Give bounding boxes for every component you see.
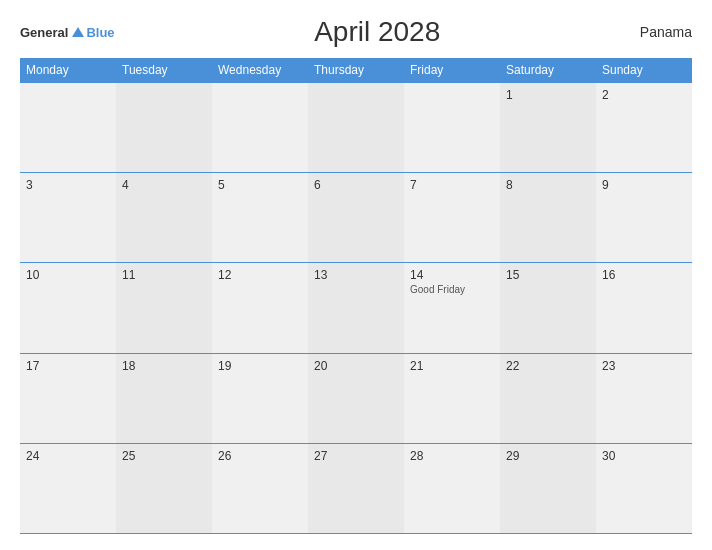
day-cell: 14Good Friday <box>404 263 500 352</box>
day-cell: 13 <box>308 263 404 352</box>
country-label: Panama <box>640 24 692 40</box>
column-header-sunday: Sunday <box>596 58 692 82</box>
day-cell: 8 <box>500 173 596 262</box>
logo: General Blue <box>20 25 115 40</box>
calendar-title: April 2028 <box>314 16 440 48</box>
day-cell: 21 <box>404 354 500 443</box>
calendar-header-row: MondayTuesdayWednesdayThursdayFridaySatu… <box>20 58 692 82</box>
day-number: 29 <box>506 449 590 463</box>
day-cell <box>404 83 500 172</box>
day-cell: 23 <box>596 354 692 443</box>
day-cell: 15 <box>500 263 596 352</box>
day-number: 19 <box>218 359 302 373</box>
calendar-page: General Blue April 2028 Panama MondayTue… <box>0 0 712 550</box>
day-number: 5 <box>218 178 302 192</box>
day-number: 18 <box>122 359 206 373</box>
day-cell <box>308 83 404 172</box>
day-number: 7 <box>410 178 494 192</box>
day-cell: 22 <box>500 354 596 443</box>
day-number: 3 <box>26 178 110 192</box>
week-row-2: 3456789 <box>20 173 692 263</box>
day-number: 30 <box>602 449 686 463</box>
column-header-tuesday: Tuesday <box>116 58 212 82</box>
day-number: 8 <box>506 178 590 192</box>
logo-triangle-icon <box>72 27 84 37</box>
day-cell: 19 <box>212 354 308 443</box>
day-cell: 28 <box>404 444 500 533</box>
day-number: 25 <box>122 449 206 463</box>
day-cell: 1 <box>500 83 596 172</box>
day-cell: 10 <box>20 263 116 352</box>
day-cell: 6 <box>308 173 404 262</box>
day-cell: 17 <box>20 354 116 443</box>
day-number: 28 <box>410 449 494 463</box>
day-cell: 5 <box>212 173 308 262</box>
day-cell: 4 <box>116 173 212 262</box>
day-cell <box>212 83 308 172</box>
column-header-saturday: Saturday <box>500 58 596 82</box>
day-cell: 29 <box>500 444 596 533</box>
page-header: General Blue April 2028 Panama <box>20 16 692 48</box>
day-cell: 12 <box>212 263 308 352</box>
holiday-label: Good Friday <box>410 284 494 295</box>
day-number: 14 <box>410 268 494 282</box>
day-number: 24 <box>26 449 110 463</box>
column-header-wednesday: Wednesday <box>212 58 308 82</box>
day-cell: 26 <box>212 444 308 533</box>
day-cell: 3 <box>20 173 116 262</box>
logo-blue-text: Blue <box>86 25 114 40</box>
day-cell: 24 <box>20 444 116 533</box>
day-cell: 30 <box>596 444 692 533</box>
day-number: 11 <box>122 268 206 282</box>
day-number: 6 <box>314 178 398 192</box>
column-header-friday: Friday <box>404 58 500 82</box>
logo-general-text: General <box>20 25 68 40</box>
day-cell <box>20 83 116 172</box>
week-row-4: 17181920212223 <box>20 354 692 444</box>
day-number: 16 <box>602 268 686 282</box>
day-number: 22 <box>506 359 590 373</box>
column-header-thursday: Thursday <box>308 58 404 82</box>
day-number: 23 <box>602 359 686 373</box>
day-number: 12 <box>218 268 302 282</box>
day-cell: 25 <box>116 444 212 533</box>
week-row-1: 12 <box>20 82 692 173</box>
day-number: 1 <box>506 88 590 102</box>
day-cell <box>116 83 212 172</box>
day-number: 17 <box>26 359 110 373</box>
day-number: 26 <box>218 449 302 463</box>
day-number: 21 <box>410 359 494 373</box>
day-cell: 20 <box>308 354 404 443</box>
day-cell: 7 <box>404 173 500 262</box>
day-number: 15 <box>506 268 590 282</box>
day-number: 9 <box>602 178 686 192</box>
column-header-monday: Monday <box>20 58 116 82</box>
day-number: 27 <box>314 449 398 463</box>
day-cell: 27 <box>308 444 404 533</box>
day-cell: 2 <box>596 83 692 172</box>
day-cell: 16 <box>596 263 692 352</box>
day-number: 10 <box>26 268 110 282</box>
day-number: 4 <box>122 178 206 192</box>
day-cell: 9 <box>596 173 692 262</box>
calendar: MondayTuesdayWednesdayThursdayFridaySatu… <box>20 58 692 534</box>
day-number: 20 <box>314 359 398 373</box>
day-cell: 11 <box>116 263 212 352</box>
day-number: 13 <box>314 268 398 282</box>
day-number: 2 <box>602 88 686 102</box>
week-row-5: 24252627282930 <box>20 444 692 534</box>
day-cell: 18 <box>116 354 212 443</box>
calendar-body: 1234567891011121314Good Friday1516171819… <box>20 82 692 534</box>
week-row-3: 1011121314Good Friday1516 <box>20 263 692 353</box>
